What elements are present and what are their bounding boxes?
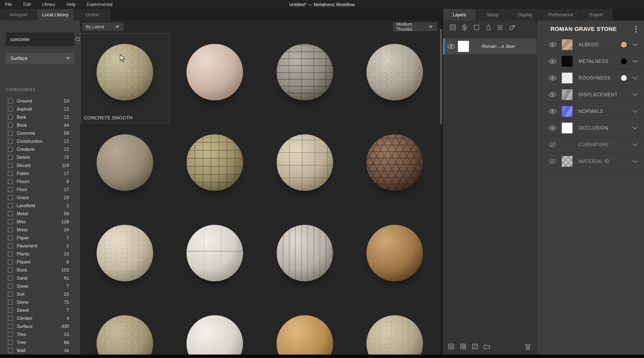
category-checkbox[interactable]: [8, 219, 13, 224]
channel-row-normals[interactable]: NORMALS: [537, 103, 644, 120]
tab-setup[interactable]: Setup: [476, 9, 509, 20]
folder-icon[interactable]: [483, 343, 491, 350]
droplet-icon[interactable]: [484, 24, 492, 31]
menu-item-edit[interactable]: Edit: [23, 2, 31, 7]
category-row-floors[interactable]: Floors8: [0, 178, 80, 186]
category-checkbox[interactable]: [8, 114, 13, 120]
category-row-snow[interactable]: Snow7: [0, 282, 80, 290]
eye-icon[interactable]: [548, 75, 557, 81]
menu-item-library[interactable]: Library: [42, 2, 56, 7]
channel-row-metalness[interactable]: METALNESS: [537, 53, 644, 70]
category-row-grass[interactable]: Grass20: [0, 194, 80, 202]
category-checkbox[interactable]: [8, 308, 13, 313]
category-checkbox[interactable]: [8, 106, 13, 112]
material-tile-11[interactable]: [260, 214, 350, 304]
category-row-construction[interactable]: Construction12: [0, 137, 80, 145]
category-row-stone[interactable]: Stone75: [0, 298, 80, 306]
thumb-size-dropdown[interactable]: Medium Thumbs: [393, 22, 437, 31]
menu-item-help[interactable]: Help: [66, 2, 76, 7]
type-filter-dropdown[interactable]: Surface: [6, 53, 74, 64]
material-tile-3[interactable]: [260, 33, 350, 123]
category-checkbox[interactable]: [8, 276, 13, 280]
category-row-rock[interactable]: Rock103: [0, 266, 80, 274]
tab-layers[interactable]: Layers: [443, 9, 476, 20]
color-swatch[interactable]: [620, 75, 627, 81]
eye-icon[interactable]: [548, 42, 557, 48]
search-input[interactable]: [6, 36, 74, 42]
category-checkbox[interactable]: [8, 324, 13, 329]
color-swatch[interactable]: [620, 58, 627, 64]
category-checkbox[interactable]: [8, 195, 13, 200]
material-tile-4[interactable]: [350, 33, 440, 123]
category-row-fabric[interactable]: Fabric17: [0, 170, 80, 178]
tab-performance[interactable]: Performance: [542, 9, 580, 20]
category-row-paper[interactable]: Paper7: [0, 234, 80, 242]
channel-row-displacement[interactable]: DISPLACEMENT: [537, 86, 644, 103]
paintbrush-icon[interactable]: [508, 24, 516, 31]
category-row-surface[interactable]: Surface430: [0, 322, 80, 330]
category-row-asphalt[interactable]: Asphalt12: [0, 105, 80, 113]
category-checkbox[interactable]: [8, 348, 13, 353]
category-checkbox[interactable]: [8, 187, 13, 192]
channel-row-occlusion[interactable]: OCCLUSION: [537, 120, 644, 136]
category-row-wall[interactable]: Wall34: [0, 346, 80, 354]
category-row-creature[interactable]: Creature12: [0, 145, 80, 153]
category-row-brick[interactable]: Brick44: [0, 121, 80, 129]
chevron-down-icon[interactable]: [632, 93, 638, 96]
material-tile-2[interactable]: [170, 33, 260, 123]
category-checkbox[interactable]: [8, 244, 13, 248]
chevron-down-icon[interactable]: [632, 76, 638, 80]
category-checkbox[interactable]: [8, 268, 13, 272]
layer-row[interactable]: Roman ...e Ston: [443, 38, 537, 54]
channel-row-material-id[interactable]: MATERIAL ID: [537, 153, 644, 170]
category-row-climber[interactable]: Climber4: [0, 314, 80, 322]
category-row-tiles[interactable]: Tiles10: [0, 330, 80, 338]
tab-online[interactable]: Online: [74, 9, 110, 20]
channel-row-roughness[interactable]: ROUGHNESS: [537, 70, 644, 86]
chevron-down-icon[interactable]: [632, 143, 638, 146]
menu-item-file[interactable]: File: [5, 2, 12, 7]
menu-item-experimental[interactable]: Experimental: [87, 2, 112, 7]
category-checkbox[interactable]: [8, 316, 13, 321]
tab-viewport[interactable]: Viewport: [0, 9, 36, 20]
category-checkbox[interactable]: [8, 131, 13, 136]
category-checkbox[interactable]: [8, 227, 13, 232]
material-tile-8[interactable]: [350, 124, 440, 214]
material-tile-15[interactable]: [260, 304, 350, 358]
category-row-pavement[interactable]: Pavement1: [0, 242, 80, 250]
category-checkbox[interactable]: [8, 292, 13, 297]
category-row-misc[interactable]: Misc128: [0, 218, 80, 226]
material-id-icon[interactable]: [459, 343, 467, 350]
category-row-street[interactable]: Street7: [0, 306, 80, 314]
tab-display[interactable]: Display: [509, 9, 542, 20]
category-checkbox[interactable]: [8, 171, 13, 176]
category-row-ground[interactable]: Ground53: [0, 97, 80, 105]
category-checkbox[interactable]: [8, 332, 13, 337]
trash-icon[interactable]: [524, 343, 532, 350]
eye-icon[interactable]: [548, 125, 557, 131]
eye-icon[interactable]: [548, 108, 557, 114]
chevron-down-icon[interactable]: [632, 60, 638, 63]
leaf-icon[interactable]: [461, 24, 468, 31]
category-checkbox[interactable]: [8, 300, 13, 305]
material-tile-10[interactable]: [170, 214, 260, 304]
category-checkbox[interactable]: [8, 179, 13, 184]
material-tile-7[interactable]: [260, 124, 350, 214]
material-tile-6[interactable]: [170, 124, 260, 214]
eye-icon[interactable]: [548, 92, 557, 98]
search-box[interactable]: [6, 32, 74, 46]
curve-icon[interactable]: [471, 343, 479, 350]
category-row-sand[interactable]: Sand61: [0, 274, 80, 282]
sort-dropdown[interactable]: By Latest: [82, 22, 124, 31]
channel-row-curvature[interactable]: CURVATURE: [537, 136, 644, 153]
category-checkbox[interactable]: [8, 155, 13, 160]
material-tile-13[interactable]: [80, 304, 170, 358]
category-row-plants[interactable]: Plants10: [0, 250, 80, 258]
category-row-metal[interactable]: Metal59: [0, 210, 80, 218]
chevron-down-icon[interactable]: [632, 43, 638, 46]
material-tile-16[interactable]: [350, 304, 440, 358]
category-row-bark[interactable]: Bark12: [0, 113, 80, 121]
category-row-plaster[interactable]: Plaster6: [0, 258, 80, 266]
category-row-debris[interactable]: Debris72: [0, 153, 80, 161]
material-tile-14[interactable]: [170, 304, 260, 358]
